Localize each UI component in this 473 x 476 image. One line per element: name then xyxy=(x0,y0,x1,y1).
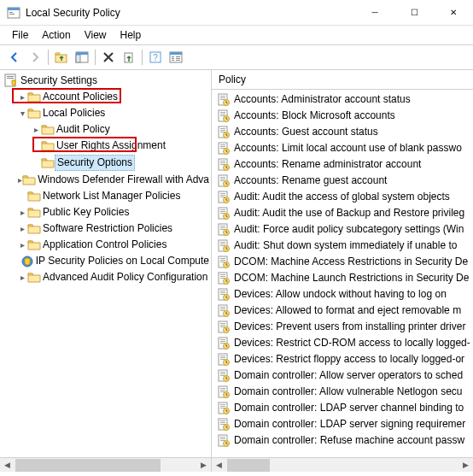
expand-caret-icon[interactable]: ▸ xyxy=(17,238,27,252)
tree-item-label: IP Security Policies on Local Compute xyxy=(34,254,211,268)
policy-item[interactable]: DCOM: Machine Launch Restrictions in Sec… xyxy=(212,270,473,286)
policy-item[interactable]: Devices: Restrict floppy access to local… xyxy=(212,351,473,367)
list-pane[interactable]: Policy Accounts: Administrator account s… xyxy=(212,70,473,472)
policy-item[interactable]: Devices: Restrict CD-ROM access to local… xyxy=(212,335,473,351)
svg-rect-13 xyxy=(172,56,174,57)
policy-item[interactable]: Accounts: Rename guest account xyxy=(212,173,473,189)
policy-item-label: Accounts: Guest account status xyxy=(234,125,378,139)
policy-item[interactable]: Audit: Audit the access of global system… xyxy=(212,189,473,205)
policy-item[interactable]: DCOM: Machine Access Restrictions in Sec… xyxy=(212,254,473,270)
close-button[interactable]: ✕ xyxy=(434,0,473,26)
svg-rect-70 xyxy=(220,244,225,244)
tree-root[interactable]: Security Settings xyxy=(0,72,211,89)
policy-item[interactable]: Domain controller: LDAP server channel b… xyxy=(212,400,473,416)
tree-item[interactable]: ▸Audit Policy xyxy=(0,121,211,138)
expand-caret-icon[interactable]: ▾ xyxy=(17,106,27,120)
maximize-button[interactable]: ☐ xyxy=(394,0,434,26)
list-hscroll[interactable]: ◀ ▶ xyxy=(212,457,473,472)
tree-item[interactable]: User Rights Assignment xyxy=(0,138,211,154)
tree-item[interactable]: ▸Public Key Policies xyxy=(0,204,211,220)
tree-hscroll[interactable]: ◀ ▶ xyxy=(0,457,211,472)
svg-rect-18 xyxy=(176,60,180,61)
expand-caret-icon[interactable]: ▸ xyxy=(17,205,27,220)
security-settings-icon xyxy=(3,73,17,87)
policy-item-label: Devices: Restrict CD-ROM access to local… xyxy=(234,336,470,350)
policy-doc-icon xyxy=(217,353,231,367)
policy-doc-icon xyxy=(217,174,231,188)
policy-item-label: Audit: Audit the use of Backup and Resto… xyxy=(234,206,464,220)
policy-item[interactable]: Devices: Prevent users from installing p… xyxy=(212,319,473,335)
svg-rect-45 xyxy=(220,162,225,163)
expand-caret-icon[interactable]: ▸ xyxy=(31,122,41,137)
svg-rect-99 xyxy=(220,339,225,340)
scroll-thumb[interactable] xyxy=(15,459,161,472)
tree-item[interactable]: ▸Advanced Audit Policy Configuration xyxy=(0,269,211,285)
tree-pane[interactable]: Security Settings ▸Account Policies▾Loca… xyxy=(0,70,212,472)
help-button[interactable]: ? xyxy=(146,48,165,67)
expand-caret-icon[interactable]: ▸ xyxy=(17,90,27,104)
policy-doc-icon xyxy=(217,239,231,253)
policy-item[interactable]: Devices: Allowed to format and eject rem… xyxy=(212,303,473,319)
folder-icon xyxy=(27,222,41,236)
tree-item[interactable]: ▸Windows Defender Firewall with Adva xyxy=(0,172,211,188)
svg-rect-49 xyxy=(220,177,225,178)
policy-item[interactable]: Accounts: Rename administrator account xyxy=(212,156,473,173)
tree-item-label: Network List Manager Policies xyxy=(41,189,182,203)
delete-button[interactable] xyxy=(99,48,118,67)
menu-view[interactable]: View xyxy=(78,27,114,43)
tree-item[interactable]: IP Security Policies on Local Compute xyxy=(0,253,211,269)
svg-rect-55 xyxy=(220,195,225,196)
policy-item[interactable]: Audit: Audit the use of Backup and Resto… xyxy=(212,205,473,221)
scroll-right-icon[interactable]: ▶ xyxy=(196,458,211,473)
menu-action[interactable]: Action xyxy=(35,27,77,43)
svg-rect-17 xyxy=(176,58,180,59)
shield-icon xyxy=(20,255,34,268)
svg-text:?: ? xyxy=(153,53,158,62)
tree-item[interactable]: Security Options xyxy=(0,154,211,172)
tree-item[interactable]: ▸Software Restriction Policies xyxy=(0,220,211,237)
properties-button[interactable] xyxy=(166,48,185,67)
policy-item[interactable]: Accounts: Administrator account status xyxy=(212,91,473,108)
content: Security Settings ▸Account Policies▾Loca… xyxy=(0,70,473,472)
policy-item[interactable]: Accounts: Block Microsoft accounts xyxy=(212,108,473,124)
svg-rect-90 xyxy=(220,309,225,309)
policy-item[interactable]: Domain controller: Refuse machine accoun… xyxy=(212,432,473,449)
expand-caret-icon[interactable]: ▸ xyxy=(17,221,27,236)
policy-item[interactable]: Accounts: Guest account status xyxy=(212,124,473,140)
svg-rect-69 xyxy=(220,242,225,243)
svg-rect-44 xyxy=(220,161,225,162)
svg-rect-29 xyxy=(220,112,225,113)
up-level-button[interactable] xyxy=(52,48,71,67)
policy-item[interactable]: Audit: Shut down system immediately if u… xyxy=(212,238,473,254)
tree-item[interactable]: ▾Local Policies xyxy=(0,105,211,121)
scroll-right-icon[interactable]: ▶ xyxy=(458,458,473,473)
forward-button[interactable] xyxy=(26,48,44,67)
policy-item[interactable]: Domain controller: Allow server operator… xyxy=(212,367,473,384)
folder-icon xyxy=(41,139,55,153)
scroll-thumb[interactable] xyxy=(227,459,270,472)
back-button[interactable] xyxy=(5,48,24,67)
policy-item[interactable]: Accounts: Limit local account use of bla… xyxy=(212,140,473,156)
scroll-left-icon[interactable]: ◀ xyxy=(212,458,226,473)
export-button[interactable] xyxy=(120,48,138,67)
policy-item[interactable]: Domain controller: LDAP server signing r… xyxy=(212,416,473,432)
policy-item[interactable]: Devices: Allow undock without having to … xyxy=(212,286,473,303)
svg-rect-125 xyxy=(220,422,225,423)
menu-help[interactable]: Help xyxy=(114,27,149,43)
menu-file[interactable]: File xyxy=(5,27,35,43)
policy-item[interactable]: Audit: Force audit policy subcategory se… xyxy=(212,221,473,238)
policy-doc-icon xyxy=(217,93,231,107)
policy-item-label: Devices: Restrict floppy access to local… xyxy=(234,352,464,367)
show-hide-tree-button[interactable] xyxy=(73,48,91,67)
column-header-policy[interactable]: Policy xyxy=(212,70,473,90)
expand-caret-icon[interactable]: ▸ xyxy=(17,270,27,285)
minimize-button[interactable]: ─ xyxy=(355,0,394,26)
svg-rect-110 xyxy=(220,373,225,374)
svg-rect-80 xyxy=(220,276,225,277)
tree-item[interactable]: ▸Application Control Policies xyxy=(0,237,211,253)
tree-item[interactable]: Network List Manager Policies xyxy=(0,188,211,204)
svg-rect-7 xyxy=(76,55,80,62)
policy-item[interactable]: Domain controller: Allow vulnerable Netl… xyxy=(212,384,473,400)
scroll-left-icon[interactable]: ◀ xyxy=(0,458,15,473)
tree-item[interactable]: ▸Account Policies xyxy=(0,89,211,105)
